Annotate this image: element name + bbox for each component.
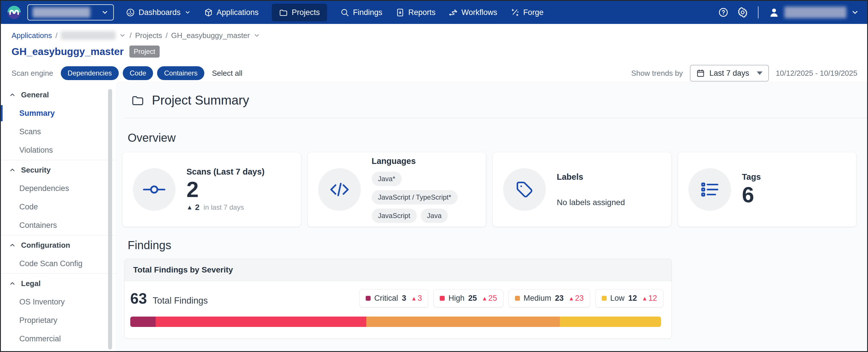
sidebar: General Summary Scans Violations Securit…: [1, 82, 116, 351]
trends-range-value: Last 7 days: [710, 69, 749, 78]
tags-card: Tags 6: [678, 152, 857, 227]
total-findings-count: 63: [130, 290, 147, 307]
severity-delta: ▲ 3: [411, 294, 422, 303]
engine-pill-dependencies[interactable]: Dependencies: [61, 66, 119, 80]
gear-icon[interactable]: [737, 7, 748, 18]
chevron-down-icon[interactable]: [119, 32, 126, 39]
total-findings-label: Total Findings: [153, 295, 208, 306]
workflow-icon: [449, 8, 458, 17]
chevron-down-icon[interactable]: [253, 32, 260, 39]
breadcrumb-applications-link[interactable]: Applications: [11, 31, 52, 40]
section-divider: [124, 118, 867, 118]
nav-item-workflows[interactable]: Workflows: [449, 8, 497, 17]
severity-delta: ▲ 25: [482, 294, 497, 303]
title-row: GH_easybuggy_master Project: [11, 44, 859, 59]
nav-label: Reports: [408, 8, 436, 17]
sidebar-section-legal[interactable]: Legal: [1, 274, 116, 293]
sidebar-section-security[interactable]: Security: [1, 161, 116, 179]
triangle-up-icon: ▲: [642, 295, 648, 301]
sidebar-item-proprietary[interactable]: Proprietary: [1, 311, 116, 329]
folder-icon: [131, 94, 144, 107]
user-menu[interactable]: [768, 7, 859, 18]
nav-item-applications[interactable]: Applications: [204, 8, 259, 17]
trends-range-select[interactable]: Last 7 days: [690, 65, 769, 82]
severity-bar-segment-low: [560, 317, 661, 327]
code-icon: [318, 168, 361, 211]
nav-item-projects[interactable]: Projects: [272, 4, 327, 21]
low-color-swatch: [602, 296, 607, 301]
cube-icon: [204, 8, 213, 17]
nav-item-forge[interactable]: Forge: [510, 8, 544, 17]
help-icon[interactable]: [718, 7, 728, 18]
main-panel: Project Summary Overview Scans (Last 7 d…: [116, 82, 867, 351]
total-findings: 63 Total Findings: [130, 290, 208, 307]
nav-item-reports[interactable]: Reports: [396, 8, 436, 17]
tag-icon: [503, 168, 546, 211]
sidebar-item-violations[interactable]: Violations: [1, 141, 116, 159]
overview-cards: Scans (Last 7 days) 2 ▲ 2 in last 7 days: [122, 152, 856, 227]
chevron-up-icon: [9, 242, 16, 249]
breadcrumb-projects[interactable]: Projects: [135, 31, 162, 40]
sidebar-section-title: Configuration: [21, 241, 70, 250]
nav-label: Forge: [523, 8, 544, 17]
overview-heading: Overview: [128, 131, 867, 144]
labels-card: Labels No labels assigned: [493, 152, 671, 227]
page-header: Applications / / Projects / GH_easybuggy…: [1, 24, 867, 82]
select-all-link[interactable]: Select all: [212, 69, 242, 78]
show-trends-label: Show trends by: [631, 69, 683, 78]
redacted-user-name: [784, 7, 846, 18]
severity-name: Critical: [374, 294, 398, 303]
magic-wand-icon: [510, 8, 519, 17]
content-area: General Summary Scans Violations Securit…: [1, 82, 867, 351]
findings-heading: Findings: [128, 239, 867, 252]
top-nav: Dashboards Applications: [1, 1, 867, 24]
sidebar-item-code[interactable]: Code: [1, 198, 116, 216]
project-summary-header: Project Summary: [131, 93, 867, 107]
sidebar-item-code-scan-config[interactable]: Code Scan Config: [1, 254, 116, 273]
nav-item-dashboards[interactable]: Dashboards: [126, 8, 191, 17]
scan-engine-row: Scan engine Dependencies Code Containers…: [11, 65, 859, 82]
nav-item-findings[interactable]: Findings: [340, 8, 382, 17]
severity-delta: ▲ 23: [568, 294, 584, 303]
severity-chip-medium[interactable]: Medium 23 ▲ 23: [509, 289, 590, 307]
sidebar-item-os-inventory[interactable]: OS Inventory: [1, 293, 116, 311]
engine-pill-code[interactable]: Code: [123, 66, 153, 80]
sidebar-item-containers[interactable]: Containers: [1, 216, 116, 234]
scan-engine-pills: Dependencies Code Containers: [61, 66, 205, 80]
tags-card-title: Tags: [742, 172, 761, 182]
labels-empty-text: No labels assigned: [557, 198, 625, 207]
sidebar-item-summary[interactable]: Summary: [1, 104, 116, 122]
severity-name: Low: [610, 294, 625, 303]
severity-chip-high[interactable]: High 25 ▲ 25: [433, 289, 503, 307]
sidebar-item-dependencies[interactable]: Dependencies: [1, 179, 116, 198]
sidebar-section-title: Security: [21, 166, 51, 174]
scans-count: 2: [186, 178, 265, 201]
user-avatar-icon: [768, 7, 780, 18]
trends-controls: Show trends by Last 7 days 10/12/2025 - …: [631, 65, 857, 82]
primary-nav: Dashboards Applications: [126, 4, 544, 21]
nav-label: Applications: [217, 8, 259, 17]
severity-chip-critical[interactable]: Critical 3 ▲ 3: [359, 289, 428, 307]
page-title: GH_easybuggy_master: [11, 46, 124, 57]
sidebar-section-configuration[interactable]: Configuration: [1, 236, 116, 254]
severity-chip-low[interactable]: Low 12 ▲ 12: [595, 289, 663, 307]
high-color-swatch: [440, 296, 445, 301]
breadcrumb-current-project[interactable]: GH_easybuggy_master: [171, 31, 250, 40]
nav-label: Findings: [353, 8, 382, 17]
sidebar-section-general[interactable]: General: [1, 86, 116, 104]
gauge-icon: [126, 8, 135, 17]
redacted-org-name: [33, 7, 90, 18]
sidebar-item-commercial[interactable]: Commercial: [1, 329, 116, 348]
redacted-application-name: [61, 31, 116, 40]
sidebar-item-scans[interactable]: Scans: [1, 122, 116, 141]
org-selector[interactable]: [27, 4, 114, 21]
scans-card: Scans (Last 7 days) 2 ▲ 2 in last 7 days: [122, 152, 301, 227]
language-chip: JavaScript / TypeScript*: [372, 190, 458, 204]
severity-stacked-bar: [130, 317, 661, 327]
sidebar-scrollbar[interactable]: [108, 89, 112, 349]
chevron-up-icon: [9, 280, 16, 287]
nav-label: Workflows: [461, 8, 497, 17]
main-page-title: Project Summary: [152, 93, 249, 107]
engine-pill-containers[interactable]: Containers: [157, 66, 204, 80]
app-window: Dashboards Applications: [0, 0, 868, 352]
